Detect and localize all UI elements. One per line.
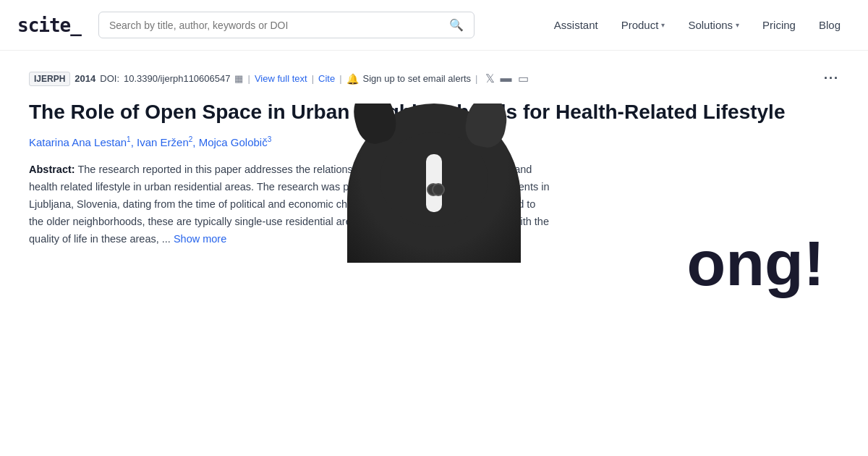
nav-item-pricing[interactable]: Pricing (752, 13, 806, 37)
nav-item-blog[interactable]: Blog (809, 13, 851, 37)
search-icon[interactable]: 🔍 (449, 18, 464, 32)
facebook-icon[interactable]: ▬ (501, 72, 512, 85)
dog-illustration (347, 104, 521, 263)
search-input[interactable] (109, 20, 449, 31)
dog-ear-right (462, 104, 510, 150)
chevron-down-icon: ▾ (661, 21, 665, 29)
doi-value: 10.3390/ijerph110606547 (124, 73, 230, 84)
journal-badge: IJERPH (29, 72, 70, 86)
alert-text[interactable]: Sign up to set email alerts (363, 73, 472, 84)
twitter-icon[interactable]: 𝕏 (485, 72, 495, 85)
overlay-text: ong! (686, 232, 825, 295)
view-full-text-link[interactable]: View full text (255, 73, 307, 84)
separator: | (475, 73, 477, 84)
meta-row: IJERPH 2014 DOI: 10.3390/ijerph110606547… (29, 71, 839, 86)
doi-label: DOI: (100, 73, 119, 84)
nav-item-assistant[interactable]: Assistant (544, 13, 608, 37)
cite-link[interactable]: Cite (318, 73, 335, 84)
copy-icon[interactable]: ▦ (234, 73, 243, 84)
navigation: scite_ 🔍 Assistant Product ▾ Solutions ▾… (0, 0, 868, 51)
author-3[interactable]: Mojca Golobič3 (199, 136, 272, 148)
abstract-label: Abstract: (29, 164, 75, 175)
dog-face (380, 132, 488, 227)
nav-links: Assistant Product ▾ Solutions ▾ Pricing … (544, 13, 851, 37)
separator: | (247, 73, 250, 84)
nav-item-product[interactable]: Product ▾ (611, 13, 676, 37)
linkedin-icon[interactable]: ▭ (518, 72, 529, 85)
more-options-button[interactable]: ··· (824, 71, 839, 86)
article-content: IJERPH 2014 DOI: 10.3390/ijerph110606547… (0, 51, 868, 263)
dog-ear-left (348, 104, 401, 148)
show-more-link[interactable]: Show more (174, 233, 226, 245)
dog-eye-right (432, 183, 445, 196)
separator: | (339, 73, 341, 84)
search-bar: 🔍 (98, 12, 475, 38)
nav-item-solutions[interactable]: Solutions ▾ (678, 13, 749, 37)
author-1[interactable]: Katarina Ana Lestan1 (29, 136, 131, 148)
author-2[interactable]: Ivan Eržen2 (137, 136, 192, 148)
article-year: 2014 (75, 73, 95, 84)
separator: | (312, 73, 314, 84)
chevron-down-icon: ▾ (736, 21, 739, 29)
bell-icon: 🔔 (346, 73, 359, 85)
social-icons: 𝕏 ▬ ▭ (485, 72, 529, 85)
logo[interactable]: scite_ (17, 14, 81, 36)
